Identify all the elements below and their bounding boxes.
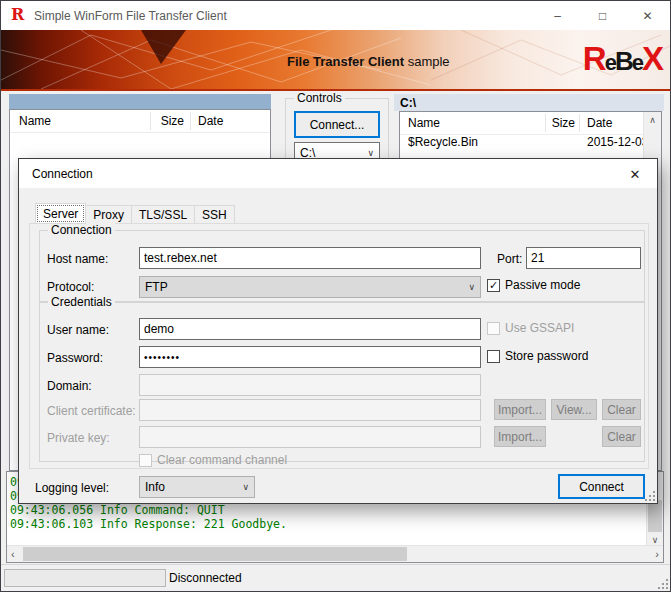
clear-command-channel-label: Clear command channel (157, 453, 287, 467)
checkbox-check-icon: ✓ (487, 279, 500, 292)
log-line: 09:43:06.056 Info Command: QUIT (10, 503, 225, 517)
rebex-r-icon: R (11, 6, 24, 24)
log-horizontal-scrollbar[interactable]: ‹ › (7, 545, 663, 562)
scrollbar-thumb[interactable] (648, 500, 662, 532)
title-bar: R Simple WinForm File Transfer Client – … (1, 1, 670, 30)
cert-import-button: Import... (494, 399, 546, 420)
remote-file-name: $Recycle.Bin (408, 135, 478, 149)
private-key-label: Private key: (47, 431, 110, 445)
dialog-resize-grip[interactable] (644, 490, 655, 501)
window-title: Simple WinForm File Transfer Client (34, 9, 227, 23)
app-window: R Simple WinForm File Transfer Client – … (0, 0, 671, 592)
port-label: Port: (497, 252, 522, 266)
cert-clear-button: Clear (602, 399, 641, 420)
log-line: 09:43:06.103 Info Response: 221 Goodbye. (10, 517, 287, 531)
minimize-button[interactable]: – (535, 1, 580, 30)
host-name-label: Host name: (47, 252, 108, 266)
key-import-button: Import... (494, 426, 546, 447)
controls-group-label: Controls (294, 91, 345, 105)
rebex-logo: ReBeX (583, 42, 662, 83)
status-bar: Disconnected (1, 564, 670, 591)
dialog-connect-button[interactable]: Connect (558, 474, 645, 499)
local-col-name[interactable]: Name (19, 114, 51, 128)
password-field[interactable] (139, 346, 481, 368)
store-password-label: Store password (505, 349, 588, 363)
banner-title-bold: File Transfer Client (287, 54, 404, 69)
passive-mode-checkbox[interactable]: ✓ Passive mode (487, 278, 580, 292)
remote-col-size[interactable]: Size (547, 116, 575, 130)
user-name-label: User name: (47, 323, 109, 337)
scroll-up-icon[interactable]: ∧ (644, 115, 661, 125)
client-certificate-label: Client certificate: (47, 404, 136, 418)
port-field[interactable] (526, 247, 641, 269)
status-label: Disconnected (169, 571, 242, 585)
logging-level-label: Logging level: (35, 481, 109, 495)
protocol-value: FTP (145, 280, 168, 294)
remote-file-row[interactable]: $Recycle.Bin 2015-12-03 (400, 135, 644, 155)
clear-command-channel-checkbox: Clear command channel (139, 453, 287, 467)
remote-col-name[interactable]: Name (408, 116, 440, 130)
scroll-right-icon[interactable]: › (655, 547, 659, 561)
host-name-field[interactable] (139, 247, 481, 269)
banner-title: File Transfer Client sample (287, 54, 450, 69)
dialog-title-bar: Connection ✕ (19, 159, 657, 188)
domain-label: Domain: (47, 379, 92, 393)
chevron-down-icon: ∨ (468, 282, 475, 292)
domain-field (139, 374, 481, 396)
key-clear-button: Clear (602, 426, 641, 447)
credentials-group-label: Credentials (48, 295, 115, 309)
tab-server[interactable]: Server (35, 203, 86, 224)
connection-group-label: Connection (48, 223, 115, 237)
remote-file-date: 2015-12-03 (587, 135, 648, 149)
password-label: Password: (47, 351, 103, 365)
chevron-down-icon: ∨ (242, 482, 249, 492)
protocol-label: Protocol: (47, 280, 94, 294)
tab-ssh[interactable]: SSH (194, 205, 235, 224)
dialog-tabs: Server Proxy TLS/SSL SSH (35, 203, 234, 224)
remote-column-headers: Name Size Date (400, 112, 644, 135)
maximize-button[interactable]: □ (580, 1, 625, 30)
use-gssapi-label: Use GSSAPI (505, 321, 574, 335)
connect-dialog-open-button[interactable]: Connect... (294, 111, 380, 138)
private-key-field (139, 426, 481, 448)
use-gssapi-checkbox: Use GSSAPI (487, 321, 574, 335)
store-password-checkbox[interactable]: Store password (487, 349, 588, 363)
window-resize-grip[interactable] (657, 578, 668, 589)
progress-panel (4, 569, 166, 587)
local-col-date[interactable]: Date (198, 114, 223, 128)
scroll-down-icon[interactable]: ∨ (647, 535, 663, 545)
dialog-close-icon[interactable]: ✕ (622, 165, 648, 183)
window-buttons: – □ ✕ (535, 1, 670, 30)
remote-panel-header: C:\ (394, 94, 664, 111)
tab-tls-ssl[interactable]: TLS/SSL (131, 205, 195, 224)
user-name-field[interactable] (139, 318, 481, 340)
scrollbar-thumb[interactable] (23, 547, 407, 561)
local-panel-header (9, 94, 271, 109)
scroll-left-icon[interactable]: ‹ (11, 547, 15, 561)
local-column-headers: Name Size Date (10, 110, 270, 133)
remote-col-date[interactable]: Date (587, 116, 612, 130)
banner-title-sample: sample (404, 54, 450, 69)
remote-panel-path: C:\ (400, 96, 416, 110)
logging-level-combobox[interactable]: Info ∨ (139, 476, 255, 498)
banner: File Transfer Client sample ReBeX (1, 30, 671, 91)
chevron-down-icon: ∨ (367, 148, 374, 158)
logging-level-value: Info (145, 480, 165, 494)
connection-dialog: Connection ✕ Server Proxy TLS/SSL SSH Co… (18, 158, 658, 504)
local-col-size[interactable]: Size (152, 114, 184, 128)
close-button[interactable]: ✕ (625, 1, 670, 30)
protocol-combobox[interactable]: FTP ∨ (139, 276, 481, 298)
dialog-title: Connection (32, 167, 93, 181)
cert-view-button: View... (551, 399, 597, 420)
tab-proxy[interactable]: Proxy (85, 205, 132, 224)
passive-mode-label: Passive mode (505, 278, 580, 292)
client-certificate-field (139, 399, 481, 421)
